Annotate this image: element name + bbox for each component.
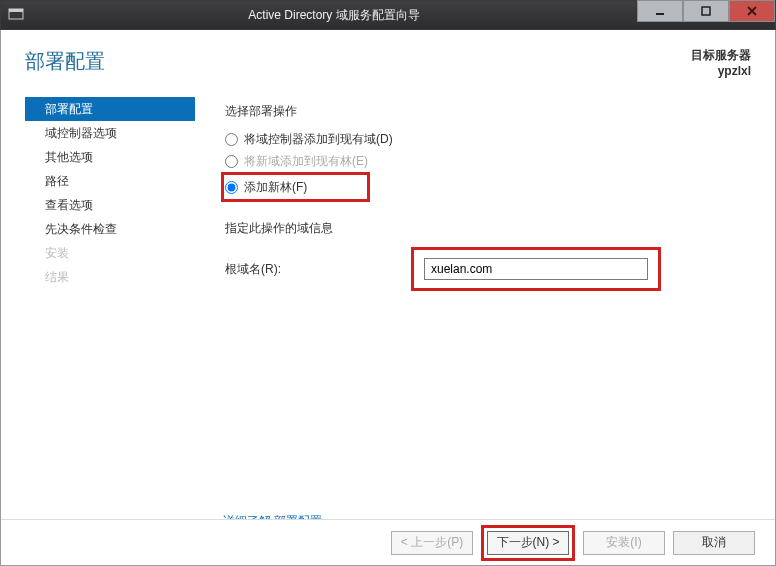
main-panel: 选择部署操作 将域控制器添加到现有域(D) 将新域添加到现有林(E) 添加新林(… — [195, 87, 751, 291]
window-title: Active Directory 域服务配置向导 — [31, 7, 637, 24]
step-install: 安装 — [25, 241, 195, 265]
highlight-next-button: 下一步(N) > — [481, 525, 575, 561]
next-button[interactable]: 下一步(N) > — [487, 531, 569, 555]
step-prereq[interactable]: 先决条件检查 — [25, 217, 195, 241]
highlight-root-domain — [411, 247, 661, 291]
target-server-label: 目标服务器 — [691, 48, 751, 64]
radio-new-forest-label: 添加新林(F) — [244, 179, 307, 196]
svg-rect-3 — [702, 7, 710, 15]
step-other-options[interactable]: 其他选项 — [25, 145, 195, 169]
step-deploy-config[interactable]: 部署配置 — [25, 97, 195, 121]
target-server-name: ypzlxl — [691, 64, 751, 80]
domain-info-label: 指定此操作的域信息 — [225, 220, 751, 237]
install-button: 安装(I) — [583, 531, 665, 555]
header: 部署配置 目标服务器 ypzlxl — [1, 30, 775, 87]
step-paths[interactable]: 路径 — [25, 169, 195, 193]
radio-new-forest[interactable] — [225, 181, 238, 194]
prev-button: < 上一步(P) — [391, 531, 473, 555]
radio-new-forest-row[interactable]: 添加新林(F) — [225, 176, 307, 198]
target-server: 目标服务器 ypzlxl — [691, 48, 751, 79]
step-review[interactable]: 查看选项 — [25, 193, 195, 217]
radio-add-dc-label: 将域控制器添加到现有域(D) — [244, 131, 393, 148]
minimize-button[interactable] — [637, 0, 683, 22]
highlight-new-forest: 添加新林(F) — [221, 172, 370, 202]
cancel-button[interactable]: 取消 — [673, 531, 755, 555]
content: 部署配置 域控制器选项 其他选项 路径 查看选项 先决条件检查 安装 结果 选择… — [1, 87, 775, 291]
app-icon — [1, 0, 31, 30]
titlebar: Active Directory 域服务配置向导 — [0, 0, 776, 30]
window-body: 部署配置 目标服务器 ypzlxl 部署配置 域控制器选项 其他选项 路径 查看… — [0, 30, 776, 566]
radio-add-dc-row[interactable]: 将域控制器添加到现有域(D) — [225, 128, 751, 150]
root-domain-input[interactable] — [424, 258, 648, 280]
radio-add-domain[interactable] — [225, 155, 238, 168]
step-results: 结果 — [25, 265, 195, 289]
page-title: 部署配置 — [25, 48, 691, 75]
window-controls — [637, 1, 775, 29]
radio-add-dc[interactable] — [225, 133, 238, 146]
radio-add-domain-row[interactable]: 将新域添加到现有林(E) — [225, 150, 751, 172]
button-bar: < 上一步(P) 下一步(N) > 安装(I) 取消 — [1, 519, 775, 565]
step-dc-options[interactable]: 域控制器选项 — [25, 121, 195, 145]
maximize-button[interactable] — [683, 0, 729, 22]
radio-add-domain-label: 将新域添加到现有林(E) — [244, 153, 368, 170]
svg-rect-1 — [9, 9, 23, 12]
select-operation-label: 选择部署操作 — [225, 103, 751, 120]
root-domain-label: 根域名(R): — [225, 261, 411, 278]
close-button[interactable] — [729, 0, 775, 22]
root-domain-row: 根域名(R): — [225, 247, 751, 291]
wizard-steps: 部署配置 域控制器选项 其他选项 路径 查看选项 先决条件检查 安装 结果 — [25, 87, 195, 291]
